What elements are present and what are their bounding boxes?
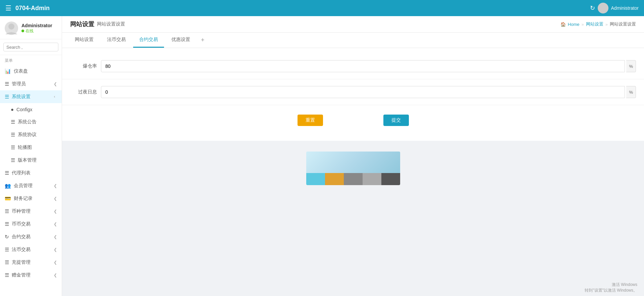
- breadcrumb: 🏠 Home » 网站设置 » 网站设置设置: [560, 21, 636, 27]
- breadcrumb-home[interactable]: Home: [568, 22, 580, 27]
- windows-notice-line2: 转到"设置"以激活 Windows。: [585, 288, 637, 293]
- tab-add-button[interactable]: +: [198, 33, 208, 48]
- finance-icon: 💳: [5, 196, 11, 202]
- sidebar-item-dashboard[interactable]: 📊 仪表盘: [0, 65, 62, 78]
- sidebar-item-label: 系统公告: [18, 119, 37, 125]
- bonus-icon: ☰: [5, 272, 9, 278]
- breadcrumb-separator: »: [582, 22, 584, 27]
- page-header: 网站设置 网站设置设置 🏠 Home » 网站设置 » 网站设置设置: [62, 16, 644, 33]
- sidebar-item-member[interactable]: 👥 会员管理 ❮: [0, 179, 62, 192]
- sidebar-item-configx[interactable]: ● Configx: [0, 103, 62, 116]
- page-subtitle: 网站设置设置: [97, 21, 125, 27]
- status-dot: [21, 30, 24, 32]
- sidebar-item-contract-trade[interactable]: ↻ 合约交易 ❮: [0, 230, 62, 243]
- sidebar-item-label: 法币交易: [12, 247, 31, 253]
- chevron-icon: ❮: [54, 247, 57, 252]
- sidebar-item-system-settings[interactable]: ☰ 系统设置 ⌄: [0, 90, 62, 103]
- sidebar-avatar: [5, 22, 18, 35]
- sidebar-item-label: 版本管理: [18, 157, 37, 163]
- page-header-left: 网站设置 网站设置设置: [70, 20, 125, 28]
- sidebar-item-label: 管理员: [12, 81, 26, 87]
- version-icon: ☰: [11, 157, 15, 163]
- sidebar-item-coin-manage[interactable]: ☰ 币种管理 ❮: [0, 205, 62, 218]
- system-settings-icon: ☰: [5, 94, 9, 100]
- header-left: ☰ 0704-Admin: [5, 4, 50, 12]
- reset-button[interactable]: 重置: [298, 115, 323, 126]
- sidebar-item-recharge[interactable]: ☰ 充提管理 ❮: [0, 256, 62, 269]
- tab-contract-trade[interactable]: 合约交易: [133, 33, 164, 48]
- breadcrumb-current: 网站设置设置: [610, 21, 636, 27]
- sidebar-item-system-announce[interactable]: ☰ 系统公告: [0, 116, 62, 128]
- hamburger-icon[interactable]: ☰: [5, 4, 11, 12]
- sidebar-item-label: 会员管理: [14, 183, 33, 189]
- watermark-section: [62, 146, 644, 191]
- contract-icon: ↻: [5, 234, 9, 240]
- status-label: 在线: [25, 28, 34, 34]
- coin-trade-icon: ☰: [5, 221, 9, 227]
- main-content: 网站设置 网站设置设置 🏠 Home » 网站设置 » 网站设置设置 网站设置 …: [62, 16, 644, 296]
- avatar: [598, 3, 608, 13]
- breadcrumb-level1[interactable]: 网站设置: [586, 21, 603, 27]
- sidebar-item-label: 赠金管理: [12, 272, 31, 278]
- liquidation-input-group: %: [101, 60, 636, 72]
- agent-icon: ☰: [5, 170, 9, 176]
- windows-notice-line1: 激活 Windows: [585, 282, 637, 288]
- chevron-icon: ⌄: [53, 95, 58, 98]
- search-wrapper: 🔍: [3, 43, 58, 51]
- swatch-4: [363, 173, 381, 185]
- form-row-overnight: 过夜日息 %: [62, 82, 644, 102]
- chevron-icon: ❮: [54, 273, 57, 278]
- sidebar-item-coin-trade[interactable]: ☰ 币币交易 ❮: [0, 218, 62, 230]
- sidebar: Administrator 在线 🔍 菜单 📊 仪表盘: [0, 16, 62, 296]
- protocol-icon: ☰: [11, 132, 15, 138]
- sidebar-item-admin[interactable]: ☰ 管理员 ❮: [0, 78, 62, 90]
- content-area: 网站设置 法币交易 合约交易 优惠设置 + 爆仓率 %: [62, 33, 644, 296]
- sidebar-menu-label: 菜单: [0, 55, 62, 65]
- sidebar-item-version[interactable]: ☰ 版本管理: [0, 154, 62, 167]
- liquidation-rate-input[interactable]: [101, 60, 625, 72]
- sidebar-item-label: 币种管理: [12, 208, 31, 214]
- sidebar-item-finance[interactable]: 💳 财务记录 ❮: [0, 192, 62, 205]
- swatch-5: [381, 173, 400, 185]
- sidebar-item-label: 仪表盘: [14, 68, 28, 74]
- chevron-icon: ❮: [54, 260, 57, 265]
- sidebar-username: Administrator: [21, 23, 52, 28]
- tab-promo-settings[interactable]: 优惠设置: [165, 33, 196, 48]
- sidebar-item-carousel[interactable]: ☰ 轮播图: [0, 141, 62, 154]
- search-input[interactable]: [6, 45, 62, 50]
- member-icon: 👥: [5, 183, 11, 189]
- form-actions: 重置 提交: [62, 108, 644, 133]
- sidebar-item-label: 系统协议: [18, 132, 37, 138]
- sidebar-item-bonus[interactable]: ☰ 赠金管理 ❮: [0, 269, 62, 282]
- sidebar-item-label: 合约交易: [12, 234, 31, 240]
- sidebar-item-agent-list[interactable]: ☰ 代理列表: [0, 167, 62, 179]
- sidebar-item-label: 系统设置: [12, 94, 31, 100]
- carousel-icon: ☰: [11, 144, 15, 151]
- chevron-icon: ❮: [54, 209, 57, 214]
- sidebar-item-label: 币币交易: [12, 221, 31, 227]
- refresh-icon[interactable]: ↻: [590, 4, 595, 12]
- home-icon: 🏠: [560, 22, 566, 27]
- dashboard-icon: 📊: [5, 68, 11, 74]
- color-swatches: [306, 173, 400, 185]
- chevron-icon: ❮: [54, 82, 57, 86]
- app-title: 0704-Admin: [15, 5, 50, 12]
- swatch-1: [306, 173, 325, 185]
- svg-point-0: [601, 4, 605, 9]
- configx-icon: ●: [11, 107, 14, 112]
- sidebar-user-info: Administrator 在线: [21, 23, 52, 34]
- chevron-icon: ❮: [54, 183, 57, 188]
- overnight-label: 过夜日息: [70, 89, 97, 95]
- coin-manage-icon: ☰: [5, 208, 9, 214]
- sidebar-search: 🔍: [0, 39, 62, 55]
- sidebar-item-system-protocol[interactable]: ☰ 系统协议: [0, 128, 62, 141]
- watermark-image: [306, 152, 400, 185]
- sidebar-item-fiat-trade[interactable]: ☰ 法币交易 ❮: [0, 243, 62, 256]
- tab-site-settings[interactable]: 网站设置: [69, 33, 100, 48]
- swatch-3: [344, 173, 363, 185]
- sidebar-item-label: 轮播图: [18, 144, 32, 151]
- submit-button[interactable]: 提交: [383, 115, 409, 126]
- tab-fiat-trade[interactable]: 法币交易: [101, 33, 132, 48]
- overnight-interest-input[interactable]: [101, 86, 625, 98]
- sidebar-item-label: Configx: [16, 107, 32, 112]
